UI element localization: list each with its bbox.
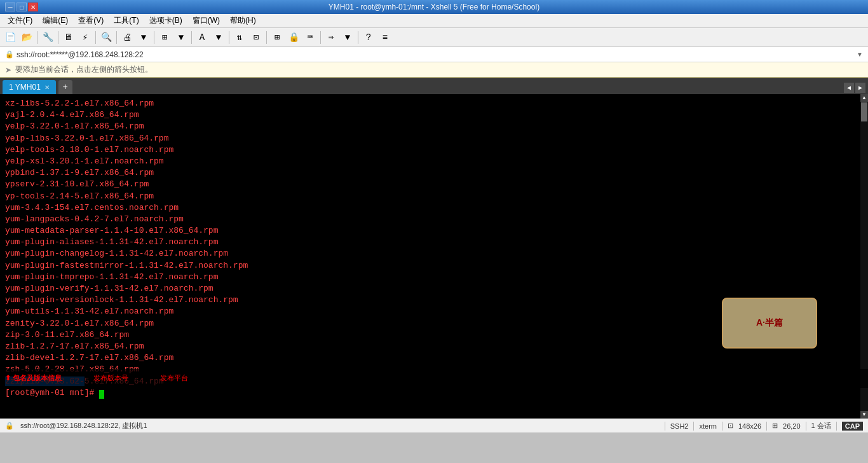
maximize-button[interactable]: □: [17, 3, 27, 11]
toolbar-sep-9: [320, 31, 321, 44]
font-dropdown[interactable]: ▼: [211, 31, 226, 45]
scroll-up-button[interactable]: ▲: [860, 94, 868, 102]
tab-nav-right[interactable]: ▶: [855, 83, 865, 93]
new-session-button[interactable]: 🖥: [61, 31, 76, 45]
sftp-button[interactable]: ⇅: [232, 31, 247, 45]
terminal-line: yum-langpacks-0.4.2-7.el7.noarch.rpm: [5, 214, 863, 225]
toolbar-sep-2: [58, 31, 58, 44]
menu-tools[interactable]: 工具(T): [109, 14, 144, 27]
terminal-line: zlib-devel-1.2.7-17.el7.x86_64.rpm: [5, 352, 863, 364]
watermark-text: A·半篇: [756, 317, 783, 329]
status-sep-6: [836, 422, 837, 431]
annotation-label3: 发布平台: [160, 373, 188, 383]
properties-button[interactable]: 🔧: [40, 31, 55, 45]
status-sep-4: [766, 422, 767, 431]
toolbar-sep-6: [191, 31, 192, 44]
toolbar-sep-5: [154, 31, 154, 44]
terminal-line: yum-plugin-verify-1.1.31-42.el7.noarch.r…: [5, 283, 863, 294]
status-sessions: 1 会话: [811, 421, 831, 431]
help-button[interactable]: ?: [361, 31, 376, 45]
terminal-line: xz-libs-5.2.2-1.el7.x86_64.rpm: [5, 98, 863, 109]
terminal-line: yum-plugin-changelog-1.1.31-42.el7.noarc…: [5, 248, 863, 259]
status-bar: 🔒 ssh://root@192.168.248.128:22, 虚拟机1 SS…: [0, 418, 868, 432]
menu-file[interactable]: 文件(F): [3, 14, 37, 27]
find-button[interactable]: 🔍: [98, 31, 114, 45]
terminal-line: yelp-3.22.0-1.el7.x86_64.rpm: [5, 121, 863, 132]
toolbar: 📄 📂 🔧 🖥 ⚡ 🔍 🖨 ▼ ⊞ ▼ A ▼ ⇅ ⊡ ⊞ 🔒 ⌨ ⇒ ▼ ? …: [0, 28, 868, 47]
window-title: YMH01 - root@ymh-01:/mnt - Xshell 5 (Fre…: [43, 3, 825, 11]
status-position: 26,20: [783, 422, 801, 430]
scroll-thumb[interactable]: [861, 102, 867, 121]
terminal-line: yum-plugin-tmprepo-1.1.31-42.el7.noarch.…: [5, 272, 863, 283]
menu-view[interactable]: 查看(V): [73, 14, 109, 27]
scroll-track[interactable]: [860, 102, 868, 411]
status-sep-5: [806, 422, 806, 431]
resize-button[interactable]: ⊞: [269, 31, 285, 45]
address-bar: 🔒 ssh://root:******@192.168.248.128:22 ▼: [0, 47, 868, 62]
bookmark-button[interactable]: ⊞: [157, 31, 172, 45]
extra-button[interactable]: ≡: [377, 31, 393, 45]
status-sep-2: [693, 422, 694, 431]
terminal-line: yum-metadata-parser-1.1.4-10.el7.x86_64.…: [5, 225, 863, 237]
lock-icon: 🔒: [5, 50, 14, 59]
terminal-line: yum-plugin-fastestmirror-1.1.31-42.el7.n…: [5, 260, 863, 272]
print-dropdown[interactable]: ▼: [136, 31, 151, 45]
open-button[interactable]: 📂: [19, 31, 34, 45]
menu-bar: 文件(F) 编辑(E) 查看(V) 工具(T) 选项卡(B) 窗口(W) 帮助(…: [0, 14, 868, 28]
toolbar-sep-10: [358, 31, 358, 44]
annotation-label1: ⬆ 包名及版本信息: [5, 373, 62, 383]
terminal-line: yelp-tools-3.18.0-1.el7.noarch.rpm: [5, 144, 863, 156]
tab-close-button[interactable]: ✕: [44, 84, 50, 91]
terminal-line: yajl-2.0.4-4.el7.x86_64.rpm: [5, 109, 863, 121]
transfer-dropdown[interactable]: ▼: [340, 31, 355, 45]
tab-ymh01[interactable]: 1 YMH01 ✕: [3, 80, 56, 94]
toolbar-sep-3: [95, 31, 96, 44]
tab-nav-left[interactable]: ◀: [844, 83, 854, 93]
toolbar-sep-8: [266, 31, 267, 44]
status-sep-3: [722, 422, 722, 431]
arrow1-icon: ⬆: [5, 374, 13, 382]
annotation-bar: ⬆ 包名及版本信息 发布版本号 发布平台: [0, 369, 868, 388]
status-ssh2: SSH2: [670, 422, 689, 430]
menu-tabs[interactable]: 选项卡(B): [144, 14, 187, 27]
terminal-line: ypserv-2.31-10.el7.x86_64.rpm: [5, 179, 863, 190]
terminal-prompt-line: [root@ymh-01 mnt]#: [5, 387, 863, 399]
connect-button[interactable]: ⚡: [78, 31, 93, 45]
scroll-down-button[interactable]: ▼: [860, 411, 868, 418]
tab-label: 1 YMH01: [9, 83, 41, 92]
cursor: [99, 390, 104, 399]
status-lock-icon: 🔒: [5, 422, 14, 430]
terminal-area[interactable]: xz-libs-5.2.2-1.el7.x86_64.rpmyajl-2.0.4…: [0, 94, 868, 418]
title-bar: ─ □ ✕ YMH01 - root@ymh-01:/mnt - Xshell …: [0, 0, 868, 14]
close-button[interactable]: ✕: [28, 3, 38, 11]
status-sep-1: [665, 422, 665, 431]
menu-edit[interactable]: 编辑(E): [37, 14, 73, 27]
status-size-icon: ⊡: [728, 422, 733, 430]
address-dropdown[interactable]: ▼: [857, 51, 863, 58]
terminal-line: yum-3.4.3-154.el7.centos.noarch.rpm: [5, 202, 863, 214]
status-ssh-info: ssh://root@192.168.248.128:22, 虚拟机1: [20, 421, 147, 431]
toolbar-sep-4: [116, 31, 117, 44]
key-button[interactable]: ⌨: [302, 31, 318, 45]
terminal-line: yelp-xsl-3.20.1-1.el7.noarch.rpm: [5, 156, 863, 167]
minimize-button[interactable]: ─: [5, 3, 15, 11]
toolbar-sep-7: [229, 31, 229, 44]
annotation-label2: 发布版本号: [93, 373, 128, 383]
new-button[interactable]: 📄: [3, 31, 18, 45]
transfer-button[interactable]: ⇒: [323, 31, 339, 45]
notif-icon: ➤: [5, 66, 11, 74]
address-text: ssh://root:******@192.168.248.128:22: [17, 50, 144, 59]
new-tab-button[interactable]: +: [58, 80, 72, 94]
tunnel-button[interactable]: ⊡: [248, 31, 264, 45]
terminal-line: yelp-libs-3.22.0-1.el7.x86_64.rpm: [5, 133, 863, 144]
menu-window[interactable]: 窗口(W): [187, 14, 225, 27]
prompt-text: [root@ymh-01 mnt]#: [5, 388, 99, 397]
menu-help[interactable]: 帮助(H): [225, 14, 261, 27]
bookmark-dropdown[interactable]: ▼: [173, 31, 189, 45]
lock-button[interactable]: 🔒: [286, 31, 301, 45]
notif-bar: ➤ 要添加当前会话，点击左侧的箭头按钮。: [0, 62, 868, 78]
font-button[interactable]: A: [194, 31, 210, 45]
print-button[interactable]: 🖨: [119, 31, 135, 45]
toolbar-sep-1: [37, 31, 37, 44]
cap-badge: CAP: [842, 422, 863, 431]
